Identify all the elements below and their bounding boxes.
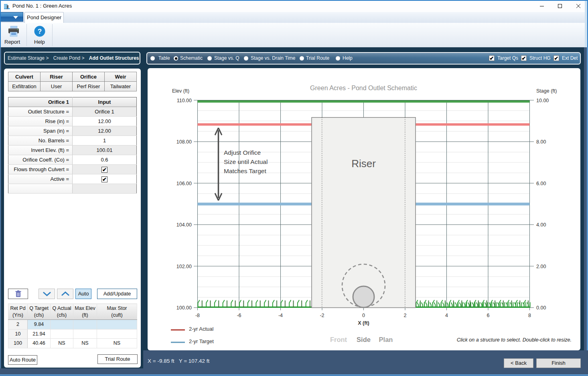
svg-text:102.00: 102.00 bbox=[176, 264, 192, 269]
svg-text:-6: -6 bbox=[237, 313, 241, 318]
svg-text:104.00: 104.00 bbox=[176, 222, 192, 228]
svg-text:2.00: 2.00 bbox=[536, 264, 546, 269]
svg-text:?: ? bbox=[38, 28, 42, 35]
svg-text:Adjust Orifice: Adjust Orifice bbox=[224, 149, 261, 156]
svg-text:10.00: 10.00 bbox=[536, 98, 549, 103]
svg-text:Riser: Riser bbox=[351, 158, 376, 170]
svg-text:Click on a structure to select: Click on a structure to select. Double-c… bbox=[457, 337, 572, 343]
svg-text:X (ft): X (ft) bbox=[358, 320, 369, 326]
svg-text:Stage (ft): Stage (ft) bbox=[536, 88, 557, 94]
svg-text:6.00: 6.00 bbox=[536, 181, 546, 186]
svg-text:100.00: 100.00 bbox=[176, 305, 192, 311]
svg-text:0.00: 0.00 bbox=[536, 305, 546, 311]
svg-text:Size until Actual: Size until Actual bbox=[224, 158, 268, 165]
svg-text:2: 2 bbox=[404, 313, 407, 318]
svg-text:-4: -4 bbox=[278, 313, 283, 318]
svg-text:Matches Target: Matches Target bbox=[224, 168, 266, 174]
svg-text:-2: -2 bbox=[320, 313, 324, 318]
svg-text:8: 8 bbox=[528, 313, 531, 318]
svg-text:106.00: 106.00 bbox=[176, 181, 192, 186]
svg-text:2-yr Actual: 2-yr Actual bbox=[189, 326, 214, 332]
svg-text:4: 4 bbox=[445, 313, 448, 318]
svg-text:4.00: 4.00 bbox=[536, 222, 546, 228]
svg-text:Plan: Plan bbox=[379, 336, 393, 343]
svg-text:Elev (ft): Elev (ft) bbox=[172, 88, 189, 94]
svg-text:108.00: 108.00 bbox=[176, 139, 192, 145]
svg-text:6: 6 bbox=[487, 313, 490, 318]
svg-text:0: 0 bbox=[362, 313, 365, 318]
svg-text:2-yr Target: 2-yr Target bbox=[189, 338, 214, 344]
svg-text:-8: -8 bbox=[195, 313, 200, 318]
svg-text:8.00: 8.00 bbox=[536, 139, 546, 145]
svg-text:Side: Side bbox=[357, 336, 371, 343]
svg-text:Green Acres - Pond Outlet Sche: Green Acres - Pond Outlet Schematic bbox=[310, 85, 417, 91]
svg-text:Front: Front bbox=[330, 336, 347, 343]
svg-text:110.00: 110.00 bbox=[177, 98, 192, 103]
